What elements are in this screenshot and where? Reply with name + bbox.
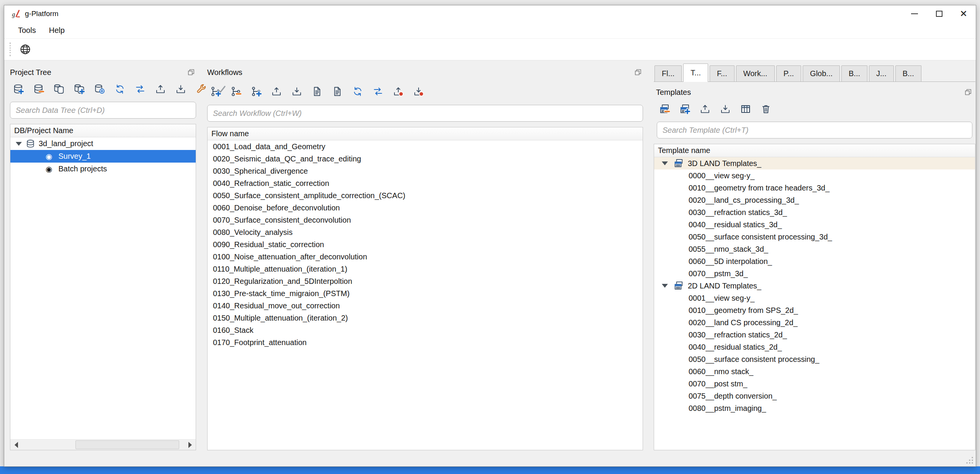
reload-workflow-icon[interactable] bbox=[350, 84, 365, 99]
swap-database-icon[interactable] bbox=[133, 81, 148, 97]
tab-t-1[interactable]: T... bbox=[683, 64, 708, 82]
template-item-0040-residual-statics-2d[interactable]: 0040__residual statics_2d_ bbox=[654, 341, 975, 353]
duplicate-database-icon[interactable] bbox=[51, 81, 67, 97]
template-item-0050-surface-consistent-processing[interactable]: 0050__surface consistent processing_ bbox=[654, 353, 975, 365]
template-item-0055-nmo-stack-3d[interactable]: 0055__nmo_stack_3d_ bbox=[654, 243, 975, 255]
template-item-0080-pstm-imaging[interactable]: 0080__pstm_imaging_ bbox=[654, 402, 975, 414]
workflow-item-0001-load-data-and-geometry[interactable]: 0001_Load_data_and_Geometry bbox=[208, 140, 643, 153]
reload-database-icon[interactable] bbox=[112, 81, 128, 97]
duplicate-template-icon[interactable] bbox=[677, 101, 692, 117]
workflow-item-0030-spherical-divergence[interactable]: 0030_Spherical_divergence bbox=[208, 165, 643, 177]
scrollbar-track[interactable] bbox=[22, 440, 184, 450]
delete-template-icon[interactable] bbox=[758, 101, 774, 117]
template-item-0020-land-cs-processing-3d[interactable]: 0020__land_cs_processing_3d_ bbox=[654, 194, 975, 206]
template-item-0050-surface-consistent-processing-3d[interactable]: 0050__surface consistent processing_3d_ bbox=[654, 231, 975, 243]
horizontal-scrollbar[interactable] bbox=[10, 439, 196, 450]
workflow-item-0170-footprint-attenuation[interactable]: 0170_Footprint_attenuation bbox=[208, 336, 643, 349]
tab-p-4[interactable]: P... bbox=[776, 65, 801, 81]
templates-column-header[interactable]: Template name bbox=[654, 144, 975, 157]
workflow-search-input[interactable] bbox=[207, 105, 643, 122]
database-stack-icon[interactable] bbox=[72, 81, 87, 97]
minimize-button[interactable] bbox=[902, 5, 927, 22]
workflow-item-0100-noise-attenuation-after-deconvolution[interactable]: 0100_Noise_attenuation_after_deconvoluti… bbox=[208, 251, 643, 263]
workflow-item-0070-surface-consistent-deconvolution[interactable]: 0070_Surface_consistent_deconvolution bbox=[208, 214, 643, 226]
tab-b-8[interactable]: B... bbox=[895, 65, 921, 81]
maximize-button[interactable] bbox=[927, 5, 951, 22]
database-link-icon[interactable] bbox=[92, 81, 107, 97]
project-tree-search-input[interactable] bbox=[10, 102, 196, 119]
workflow-item-0130-pre-stack-time-migraion-pstm[interactable]: 0130_Pre-stack_time_migraion_(PSTM) bbox=[208, 287, 643, 300]
template-item-0060-5d-interpolation[interactable]: 0060__5D interpolation_ bbox=[654, 255, 975, 267]
workflow-item-0150-multiple-attenuation-iteration-2[interactable]: 0150_Multiple_attenuation_(iteration_2) bbox=[208, 312, 643, 324]
template-item-0020-land-cs-processing-2d[interactable]: 0020__land CS processing_2d_ bbox=[654, 316, 975, 329]
workflow-item-0060-denoise-before-deconvolution[interactable]: 0060_Denoise_before_deconvolution bbox=[208, 202, 643, 214]
workflow-item-0090-residual-static-correction[interactable]: 0090_Residual_static_correction bbox=[208, 238, 643, 251]
project-tree-column-header[interactable]: DB/Project Name bbox=[10, 124, 196, 137]
tab-work-3[interactable]: Work... bbox=[736, 65, 775, 81]
export-workflow-icon[interactable] bbox=[289, 84, 304, 99]
workflow-log-icon[interactable] bbox=[330, 84, 345, 99]
import-database-icon[interactable] bbox=[153, 81, 168, 97]
template-item-0001-view-seg-y[interactable]: 0001__view seg-y_ bbox=[654, 292, 975, 304]
expander-icon[interactable] bbox=[16, 142, 22, 146]
remove-workflow-icon[interactable] bbox=[228, 84, 244, 99]
tab-b-6[interactable]: B... bbox=[841, 65, 867, 81]
float-panel-icon[interactable] bbox=[186, 67, 196, 77]
remove-database-icon[interactable] bbox=[31, 81, 46, 97]
template-group-2d-land-templates[interactable]: 2D LAND Templates_ bbox=[654, 280, 975, 292]
workflow-item-0140-residual-move-out-correction[interactable]: 0140_Residual_move_out_correction bbox=[208, 300, 643, 312]
menu-tools[interactable]: Tools bbox=[13, 24, 41, 36]
workflow-item-0020-seismic-data-qc-and-trace-editing[interactable]: 0020_Seismic_data_QC_and_trace_editing bbox=[208, 153, 643, 165]
tab-j-7[interactable]: J... bbox=[869, 65, 894, 81]
add-database-icon[interactable] bbox=[11, 81, 26, 97]
close-button[interactable]: ✕ bbox=[951, 5, 976, 22]
globe-icon[interactable] bbox=[18, 42, 33, 57]
scroll-right-arrow-icon[interactable] bbox=[184, 440, 196, 450]
template-item-0040-residual-statics-3d[interactable]: 0040__residual statics_3d_ bbox=[654, 218, 975, 231]
float-panel-icon[interactable] bbox=[633, 67, 643, 77]
resize-grip[interactable] bbox=[965, 456, 974, 464]
toolbar-grip-handle[interactable] bbox=[10, 42, 11, 56]
duplicate-workflow-icon[interactable] bbox=[249, 84, 264, 99]
template-item-0060-nmo-stack[interactable]: 0060__nmo stack_ bbox=[654, 365, 975, 378]
template-item-0000-view-seg-y[interactable]: 0000__view seg-y_ bbox=[654, 169, 975, 182]
expander-icon[interactable] bbox=[662, 284, 668, 288]
template-item-0010-geometry-from-sps-2d[interactable]: 0010__geometry from SPS_2d_ bbox=[654, 304, 975, 316]
import-workflow-icon[interactable] bbox=[269, 84, 284, 99]
template-item-0010-geometry-from-trace-headers-3d[interactable]: 0010__geometry from trace headers_3d_ bbox=[654, 182, 975, 194]
template-search-input[interactable] bbox=[657, 122, 972, 138]
tree-item-3d-land-project[interactable]: 3d_land_project bbox=[10, 137, 196, 150]
tab-glob-5[interactable]: Glob... bbox=[803, 65, 840, 81]
tab-fl-0[interactable]: Fl... bbox=[654, 65, 682, 81]
template-item-0075-depth-conversion[interactable]: 0075__depth conversion_ bbox=[654, 390, 975, 402]
workflow-report-icon[interactable] bbox=[309, 84, 325, 99]
tree-item-batch-projects[interactable]: ◉Batch projects bbox=[10, 163, 196, 175]
workflow-item-0040-refraction-static-correction[interactable]: 0040_Refraction_static_correction bbox=[208, 177, 643, 189]
swap-workflow-icon[interactable] bbox=[370, 84, 386, 99]
workflow-item-0160-stack[interactable]: 0160_Stack bbox=[208, 324, 643, 336]
template-group-3d-land-templates[interactable]: 3D LAND Templates_ bbox=[654, 157, 975, 169]
workflow-item-0120-regularization-and-5dinterpoltion[interactable]: 0120_Regularization_and_5DInterpoltion bbox=[208, 275, 643, 287]
workflow-item-0080-velocity-analysis[interactable]: 0080_Velocity_analysis bbox=[208, 226, 643, 238]
scrollbar-thumb[interactable] bbox=[75, 440, 179, 449]
import-template-icon[interactable] bbox=[697, 101, 713, 117]
workflows-column-header[interactable]: Flow name bbox=[208, 127, 643, 140]
scroll-left-arrow-icon[interactable] bbox=[10, 440, 22, 450]
remove-template-icon[interactable] bbox=[657, 101, 672, 117]
template-item-0030-refraction-statics-2d[interactable]: 0030__refraction statics_2d_ bbox=[654, 329, 975, 341]
repair-database-icon[interactable] bbox=[193, 81, 209, 97]
template-item-0030-refraction-statics-3d[interactable]: 0030__refraction statics_3d_ bbox=[654, 206, 975, 218]
menu-help[interactable]: Help bbox=[44, 24, 70, 36]
add-workflow-icon[interactable] bbox=[208, 84, 223, 99]
expander-icon[interactable] bbox=[662, 161, 668, 165]
workflow-item-0050-surface-consistent-amplitude-correction-scac[interactable]: 0050_Surface_consistent_amplitude_correc… bbox=[208, 189, 643, 202]
tab-f-2[interactable]: F... bbox=[710, 65, 735, 81]
export-template-icon[interactable] bbox=[718, 101, 733, 117]
workflow-item-0110-multiple-attenuation-iteration-1[interactable]: 0110_Multiple_attenuation_(iteration_1) bbox=[208, 263, 643, 275]
float-panel-icon[interactable] bbox=[963, 87, 973, 97]
template-item-0070-post-stm[interactable]: 0070__post stm_ bbox=[654, 378, 975, 390]
template-table-icon[interactable] bbox=[738, 101, 753, 117]
tree-item-survey-1[interactable]: ◉Survey_1 bbox=[10, 150, 196, 163]
batch-export-icon[interactable] bbox=[411, 84, 426, 99]
template-item-0070-pstm-3d[interactable]: 0070__pstm_3d_ bbox=[654, 267, 975, 280]
